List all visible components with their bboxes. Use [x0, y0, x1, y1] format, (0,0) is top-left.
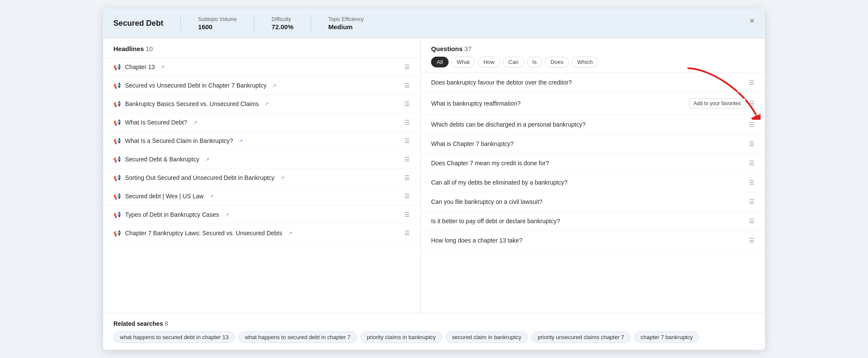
add-to-favorites-badge[interactable]: Add to your favorites [689, 98, 746, 109]
question-item[interactable]: Which debts can be discharged in a perso… [421, 115, 765, 134]
headline-item[interactable]: 📢 Chapter 13 ↗ ☰ [103, 58, 420, 76]
megaphone-icon: 📢 [113, 230, 121, 237]
question-action: ☰ [749, 160, 755, 167]
question-item[interactable]: Is it better to pay off debt or declare … [421, 212, 765, 231]
header-divider-2 [254, 15, 254, 31]
modal-header: Secured Debt Subtopic Volume 1600 Diffic… [103, 9, 765, 38]
stat-efficiency-value: Medium [328, 23, 364, 30]
related-tag[interactable]: priority unsecured claims chapter 7 [531, 331, 631, 343]
questions-title: Questions37 [431, 45, 755, 52]
list-action-icon[interactable]: ☰ [404, 230, 410, 237]
list-action-icon[interactable]: ☰ [404, 82, 410, 89]
headline-left: 📢 Bankruptcy Basics Secured vs. Unsecure… [113, 100, 269, 107]
list-action-icon[interactable]: ☰ [404, 137, 410, 144]
related-count: 8 [165, 320, 168, 327]
headline-item[interactable]: 📢 Bankruptcy Basics Secured vs. Unsecure… [103, 95, 420, 113]
question-item[interactable]: Does bankruptcy favour the debtor over t… [421, 73, 765, 92]
list-action-icon[interactable]: ☰ [749, 121, 755, 128]
headline-text: Types of Debt in Bankruptcy Cases [125, 211, 219, 218]
filter-tab-which[interactable]: Which [572, 57, 598, 67]
headline-text: Bankruptcy Basics Secured vs. Unsecured … [125, 100, 259, 107]
headline-item[interactable]: 📢 Types of Debt in Bankruptcy Cases ↗ ☰ [103, 206, 420, 224]
question-action: ☰ [749, 79, 755, 86]
stat-efficiency: Topic Efficiency Medium [328, 16, 364, 30]
list-action-icon[interactable]: ☰ [404, 211, 410, 218]
stat-difficulty: Difficulty 72.00% [272, 16, 293, 30]
list-action-icon[interactable]: ☰ [404, 119, 410, 126]
modal-body: Headlines10 📢 Chapter 13 ↗ ☰ 📢 Secured v… [103, 38, 765, 313]
close-button[interactable]: × [746, 15, 758, 27]
headline-item[interactable]: 📢 Chapter 7 Bankruptcy Laws: Secured vs.… [103, 224, 420, 243]
question-action: ☰ [749, 140, 755, 147]
list-action-icon[interactable]: ☰ [749, 79, 755, 86]
stat-subtopic-volume: Subtopic Volume 1600 [198, 16, 237, 30]
question-item[interactable]: Can all of my debts be eliminated by a b… [421, 173, 765, 192]
header-divider-3 [311, 15, 311, 31]
external-link-icon: ↗ [272, 83, 276, 88]
external-link-icon: ↗ [288, 231, 292, 236]
question-item[interactable]: Does Chapter 7 mean my credit is done fo… [421, 154, 765, 173]
question-item[interactable]: What is bankruptcy reaffirmation? Add to… [421, 92, 765, 115]
list-action-icon[interactable]: ☰ [404, 100, 410, 107]
headline-item[interactable]: 📢 What Is a Secured Claim in Bankruptcy?… [103, 132, 420, 150]
related-label: Related searches [113, 320, 163, 327]
external-link-icon: ↗ [210, 194, 214, 199]
headline-item[interactable]: 📢 What Is Secured Debt? ↗ ☰ [103, 113, 420, 132]
stat-subtopic-value: 1600 [198, 23, 237, 30]
stat-difficulty-label: Difficulty [272, 16, 293, 22]
filter-tab-can[interactable]: Can [503, 57, 524, 67]
headline-text: What Is Secured Debt? [125, 119, 187, 126]
related-tag[interactable]: what happens to secured debt in chapter … [238, 331, 357, 343]
filter-tab-does[interactable]: Does [545, 57, 569, 67]
question-action: ☰ [749, 237, 755, 244]
filter-tab-what[interactable]: What [451, 57, 475, 67]
list-action-icon[interactable]: ☰ [749, 140, 755, 147]
question-item[interactable]: What is Chapter 7 bankruptcy? ☰ [421, 134, 765, 154]
list-action-icon[interactable]: ☰ [404, 64, 410, 70]
headline-text: What Is a Secured Claim in Bankruptcy? [125, 137, 233, 144]
headline-item[interactable]: 📢 Secured vs Unsecured Debt in Chapter 7… [103, 76, 420, 95]
headlines-list: 📢 Chapter 13 ↗ ☰ 📢 Secured vs Unsecured … [103, 58, 420, 313]
filter-tab-is[interactable]: Is [527, 57, 542, 67]
question-item[interactable]: How long does a chapter 13 take? ☰ [421, 231, 765, 250]
headlines-panel: Headlines10 📢 Chapter 13 ↗ ☰ 📢 Secured v… [103, 38, 421, 313]
list-action-icon[interactable]: ☰ [749, 218, 755, 225]
list-action-icon[interactable]: ☰ [749, 179, 755, 186]
question-text: How long does a chapter 13 take? [431, 237, 522, 244]
headline-text: Secured debt | Wex | US Law [125, 193, 204, 200]
list-action-icon[interactable]: ☰ [404, 174, 410, 181]
stat-efficiency-label: Topic Efficiency [328, 16, 364, 22]
question-text: Can you file bankruptcy on a civil lawsu… [431, 198, 542, 205]
filter-tab-how[interactable]: How [478, 57, 500, 67]
related-tag[interactable]: chapter 7 bankruptcy [634, 331, 699, 343]
related-searches-section: Related searches8 what happens to secure… [103, 313, 765, 350]
modal-title: Secured Debt [113, 19, 163, 28]
headline-item[interactable]: 📢 Secured Debt & Bankruptcy ↗ ☰ [103, 150, 420, 169]
related-tag[interactable]: priority claims in bankruptcy [361, 331, 442, 343]
question-text: Does Chapter 7 mean my credit is done fo… [431, 160, 549, 167]
headlines-header: Headlines10 [103, 38, 420, 58]
list-action-icon[interactable]: ☰ [749, 237, 755, 244]
list-action-icon[interactable]: ☰ [404, 193, 410, 200]
tags-row: what happens to secured debt in chapter … [113, 331, 755, 343]
filter-tab-all[interactable]: All [431, 57, 448, 67]
related-tag[interactable]: what happens to secured debt in chapter … [113, 331, 235, 343]
headline-item[interactable]: 📢 Sorting Out Secured and Unsecured Debt… [103, 169, 420, 187]
headline-text: Chapter 7 Bankruptcy Laws: Secured vs. U… [125, 230, 282, 237]
headline-left: 📢 What Is a Secured Claim in Bankruptcy?… [113, 137, 243, 144]
filter-tabs: All What How Can Is Does Which [431, 57, 755, 67]
list-action-icon[interactable]: ☰ [404, 156, 410, 163]
megaphone-icon: 📢 [113, 100, 121, 107]
external-link-icon: ↗ [225, 212, 229, 218]
external-link-icon: ↗ [193, 120, 197, 125]
list-action-icon[interactable]: ☰ [749, 100, 755, 107]
question-action: ☰ [749, 218, 755, 225]
question-item[interactable]: Can you file bankruptcy on a civil lawsu… [421, 192, 765, 212]
list-action-icon[interactable]: ☰ [749, 160, 755, 167]
headline-text: Secured vs Unsecured Debt in Chapter 7 B… [125, 82, 266, 89]
megaphone-icon: 📢 [113, 119, 121, 126]
list-action-icon[interactable]: ☰ [749, 198, 755, 205]
related-tag[interactable]: secured claim in bankruptcy [446, 331, 528, 343]
megaphone-icon: 📢 [113, 137, 121, 144]
headline-item[interactable]: 📢 Secured debt | Wex | US Law ↗ ☰ [103, 187, 420, 206]
